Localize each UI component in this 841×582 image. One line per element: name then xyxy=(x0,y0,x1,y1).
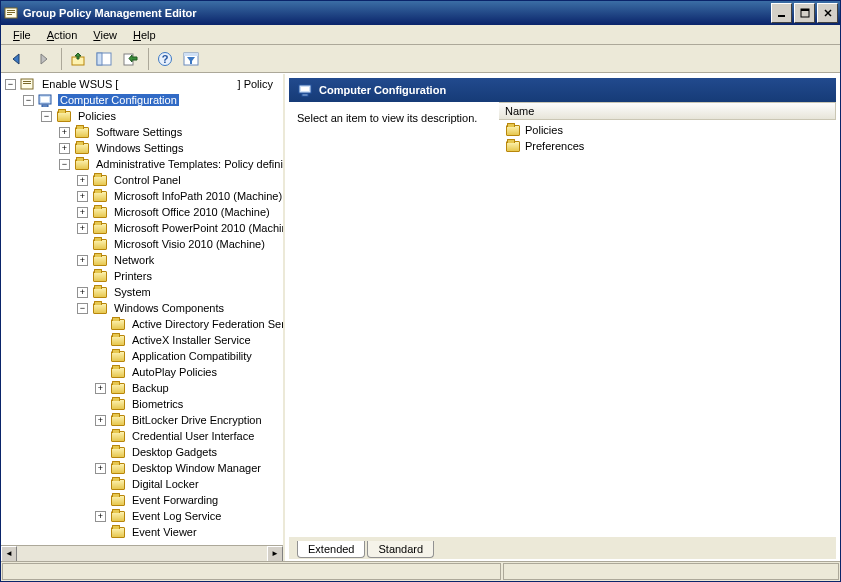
tree-item[interactable]: −Policies xyxy=(1,108,283,124)
folder-icon xyxy=(92,173,108,187)
tree-item[interactable]: +Software Settings xyxy=(1,124,283,140)
tree-item[interactable]: +Control Panel xyxy=(1,172,283,188)
tree-item[interactable]: +Microsoft Office 2010 (Machine) xyxy=(1,204,283,220)
tree-item[interactable]: +Desktop Window Manager xyxy=(1,460,283,476)
document-icon xyxy=(20,77,36,91)
expander-placeholder xyxy=(95,319,106,330)
tree-item[interactable]: +Microsoft PowerPoint 2010 (Machine) xyxy=(1,220,283,236)
tree-item[interactable]: Digital Locker xyxy=(1,476,283,492)
tree-item[interactable]: Printers xyxy=(1,268,283,284)
folder-icon xyxy=(110,525,126,539)
folder-icon xyxy=(110,317,126,331)
help-button[interactable]: ? xyxy=(153,47,177,71)
tree-item-label: Printers xyxy=(112,270,154,282)
menu-action[interactable]: Action xyxy=(39,27,86,43)
tree-item[interactable]: +Microsoft InfoPath 2010 (Machine) xyxy=(1,188,283,204)
list-item[interactable]: Preferences xyxy=(499,138,836,154)
expand-icon[interactable]: + xyxy=(77,255,88,266)
scroll-track[interactable] xyxy=(17,546,267,562)
tree-item[interactable]: Active Directory Federation Service xyxy=(1,316,283,332)
svg-rect-21 xyxy=(41,97,49,102)
svg-rect-4 xyxy=(778,15,785,17)
description-pane: Select an item to view its description. xyxy=(289,102,499,537)
svg-rect-16 xyxy=(184,53,198,56)
tree-item[interactable]: +Event Log Service xyxy=(1,508,283,524)
back-button[interactable] xyxy=(5,47,29,71)
menu-view[interactable]: View xyxy=(85,27,125,43)
list-item[interactable]: Policies xyxy=(499,122,836,138)
expand-icon[interactable]: + xyxy=(77,175,88,186)
folder-icon xyxy=(110,381,126,395)
tree-pane: −Enable WSUS [] Policy−Computer Configur… xyxy=(1,74,285,561)
tree-item-label: Event Viewer xyxy=(130,526,199,538)
expand-icon[interactable]: + xyxy=(77,207,88,218)
tree-item-label: Network xyxy=(112,254,156,266)
tree-item-label: Administrative Templates: Policy definit… xyxy=(94,158,283,170)
expand-icon[interactable]: + xyxy=(95,463,106,474)
menu-file[interactable]: File xyxy=(5,27,39,43)
tree-item[interactable]: +Backup xyxy=(1,380,283,396)
column-header-name[interactable]: Name xyxy=(499,102,836,120)
collapse-icon[interactable]: − xyxy=(41,111,52,122)
tab-standard[interactable]: Standard xyxy=(367,541,434,558)
close-button[interactable] xyxy=(817,3,838,23)
svg-rect-18 xyxy=(23,81,31,82)
tree-item[interactable]: Event Forwarding xyxy=(1,492,283,508)
expand-icon[interactable]: + xyxy=(77,287,88,298)
tree-item[interactable]: ActiveX Installer Service xyxy=(1,332,283,348)
collapse-icon[interactable]: − xyxy=(59,159,70,170)
tree-item[interactable]: Microsoft Visio 2010 (Machine) xyxy=(1,236,283,252)
collapse-icon[interactable]: − xyxy=(77,303,88,314)
folder-icon xyxy=(110,333,126,347)
svg-rect-1 xyxy=(7,10,15,11)
expand-icon[interactable]: + xyxy=(59,143,70,154)
minimize-button[interactable] xyxy=(771,3,792,23)
expand-icon[interactable]: + xyxy=(95,383,106,394)
svg-rect-6 xyxy=(801,9,809,11)
svg-rect-11 xyxy=(97,53,102,65)
expand-icon[interactable]: + xyxy=(77,223,88,234)
tree-item[interactable]: Credential User Interface xyxy=(1,428,283,444)
expander-placeholder xyxy=(77,271,88,282)
tab-extended[interactable]: Extended xyxy=(297,541,365,558)
tree-item[interactable]: Application Compatibility xyxy=(1,348,283,364)
toolbar: ? xyxy=(1,45,840,73)
tree-item[interactable]: −Computer Configuration xyxy=(1,92,283,108)
scroll-left-button[interactable]: ◄ xyxy=(1,546,17,562)
menu-help[interactable]: Help xyxy=(125,27,164,43)
folder-icon xyxy=(110,509,126,523)
tree-item[interactable]: +Network xyxy=(1,252,283,268)
tree-view[interactable]: −Enable WSUS [] Policy−Computer Configur… xyxy=(1,74,283,545)
collapse-icon[interactable]: − xyxy=(5,79,16,90)
expand-icon[interactable]: + xyxy=(59,127,70,138)
expand-icon[interactable]: + xyxy=(95,511,106,522)
tree-item[interactable]: −Administrative Templates: Policy defini… xyxy=(1,156,283,172)
tree-item-label: Event Forwarding xyxy=(130,494,220,506)
tree-item-label: Backup xyxy=(130,382,171,394)
tree-item[interactable]: Biometrics xyxy=(1,396,283,412)
export-button[interactable] xyxy=(118,47,142,71)
filter-button[interactable] xyxy=(179,47,203,71)
forward-button[interactable] xyxy=(31,47,55,71)
maximize-button[interactable] xyxy=(794,3,815,23)
tree-item[interactable]: +BitLocker Drive Encryption xyxy=(1,412,283,428)
tree-horizontal-scrollbar[interactable]: ◄ ► xyxy=(1,545,283,561)
tree-item-label: AutoPlay Policies xyxy=(130,366,219,378)
tree-item-label: Active Directory Federation Service xyxy=(130,318,283,330)
tree-item-label: ActiveX Installer Service xyxy=(130,334,253,346)
tree-item[interactable]: −Enable WSUS [] Policy xyxy=(1,76,283,92)
collapse-icon[interactable]: − xyxy=(23,95,34,106)
expand-icon[interactable]: + xyxy=(77,191,88,202)
tree-item[interactable]: AutoPlay Policies xyxy=(1,364,283,380)
tree-item[interactable]: Event Viewer xyxy=(1,524,283,540)
show-hide-tree-button[interactable] xyxy=(92,47,116,71)
tree-item[interactable]: −Windows Components xyxy=(1,300,283,316)
tree-item[interactable]: +Windows Settings xyxy=(1,140,283,156)
scroll-right-button[interactable]: ► xyxy=(267,546,283,562)
svg-rect-3 xyxy=(7,14,12,15)
up-button[interactable] xyxy=(66,47,90,71)
tree-item[interactable]: +System xyxy=(1,284,283,300)
expand-icon[interactable]: + xyxy=(95,415,106,426)
tree-item[interactable]: Desktop Gadgets xyxy=(1,444,283,460)
folder-icon xyxy=(92,237,108,251)
